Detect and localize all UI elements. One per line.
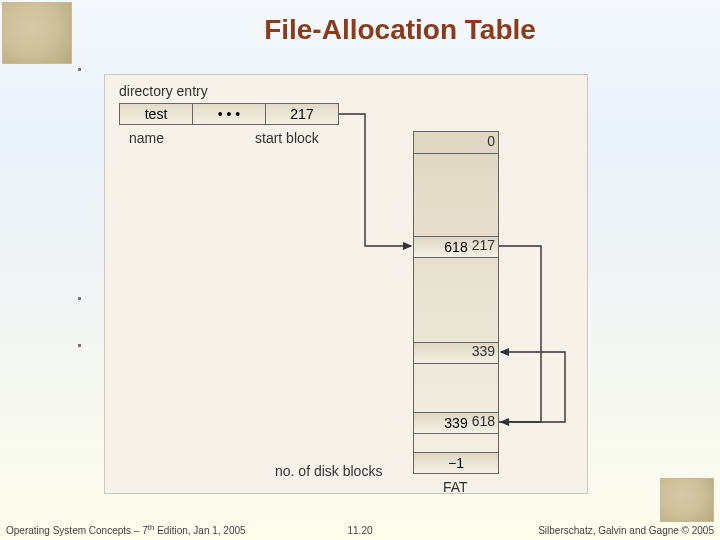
fat-label: FAT — [443, 479, 468, 495]
dir-cell-start: 217 — [266, 104, 338, 124]
name-column-label: name — [129, 130, 164, 146]
directory-entry-box: test • • • 217 — [119, 103, 339, 125]
fat-top-separator — [414, 153, 498, 154]
logo-top-left — [2, 2, 72, 64]
no-disk-blocks-label: no. of disk blocks — [275, 463, 382, 479]
page-title: File-Allocation Table — [120, 14, 680, 46]
bullet-dot — [78, 68, 81, 71]
slide: File-Allocation Table directory entry te… — [0, 0, 720, 540]
bullet-dot — [78, 344, 81, 347]
logo-bottom-right — [660, 478, 714, 522]
diagram-arrows — [105, 75, 589, 495]
fat-index-339: 339 — [375, 343, 495, 359]
fat-index-0: 0 — [387, 133, 495, 149]
fat-diagram: directory entry test • • • 217 name star… — [104, 74, 588, 494]
start-block-label: start block — [255, 130, 319, 146]
dir-cell-dots: • • • — [193, 104, 266, 124]
fat-index-217: 217 — [375, 237, 495, 253]
directory-entry-label: directory entry — [119, 83, 208, 99]
footer-right: Silberschatz, Galvin and Gagne © 2005 — [538, 525, 714, 536]
fat-cell-last: −1 — [413, 452, 499, 474]
fat-index-618: 618 — [375, 413, 495, 429]
bullet-dot — [78, 297, 81, 300]
dir-cell-name: test — [120, 104, 193, 124]
